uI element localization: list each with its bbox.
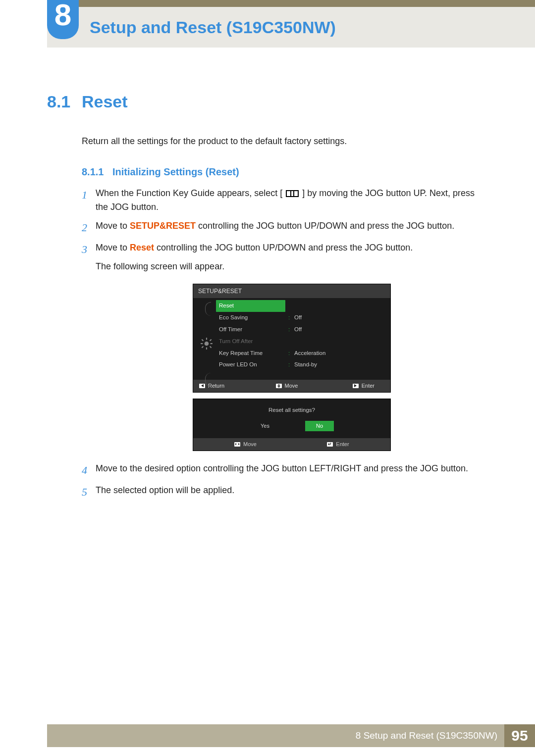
step-number: 1 xyxy=(82,187,96,214)
bracket-open: [ xyxy=(280,188,282,198)
step-3-text-b: controlling the JOG button UP/DOWN and p… xyxy=(157,243,413,252)
footer-chapter-text: 8 Setup and Reset (S19C350NW) xyxy=(356,730,497,741)
step-body: When the Function Key Guide appears, sel… xyxy=(96,187,488,214)
step-3-text-c: The following screen will appear. xyxy=(96,260,488,274)
dialog-option-yes: Yes xyxy=(250,421,280,431)
osd-footer-move: Move xyxy=(285,382,298,390)
osd-item-turnoff: Turn Off After xyxy=(216,336,386,348)
svg-rect-3 xyxy=(201,343,203,344)
page-content: 8.1 Reset Return all the settings for th… xyxy=(0,48,535,501)
footer-page-number: 95 xyxy=(504,724,535,747)
step-number: 4 xyxy=(82,462,96,479)
page-footer: 8 Setup and Reset (S19C350NW) 95 xyxy=(47,724,535,747)
osd-screenshot: SETUP&RESET Reset Eco Saving:Off Off Tim… xyxy=(193,284,391,451)
section-intro: Return all the settings for the product … xyxy=(82,136,488,147)
svg-rect-6 xyxy=(210,346,212,348)
osd-value: Off xyxy=(294,325,302,334)
bracket-close: ] xyxy=(302,188,305,198)
osd-label: Power LED On xyxy=(219,360,288,369)
step-3-text-a: Move to xyxy=(96,243,130,252)
osd-item-offtimer: Off Timer:Off xyxy=(216,324,386,336)
header-top-stripe xyxy=(47,0,535,7)
step-body: Move to Reset controlling the JOG button… xyxy=(96,241,488,457)
step-1-text-a: When the Function Key Guide appears, sel… xyxy=(96,188,280,198)
dialog-option-no: No xyxy=(305,421,334,431)
step-4: 4 Move to the desired option controlling… xyxy=(82,462,488,479)
dialog-footer-enter: Enter xyxy=(336,440,349,449)
section-number: 8.1 xyxy=(47,92,82,111)
section-title: Reset xyxy=(82,92,128,111)
osd-sidebar xyxy=(197,300,216,371)
osd-value: Stand-by xyxy=(294,360,317,369)
step-body: Move to SETUP&RESET controlling the JOG … xyxy=(96,219,488,236)
dialog-footer-move: Move xyxy=(243,440,257,449)
osd-item-eco: Eco Saving:Off xyxy=(216,312,386,324)
step-number: 5 xyxy=(82,484,96,501)
step-2-text-a: Move to xyxy=(96,221,130,231)
step-2-keyword: SETUP&RESET xyxy=(130,221,196,231)
osd-panel: SETUP&RESET Reset Eco Saving:Off Off Tim… xyxy=(193,284,391,393)
enter-icon xyxy=(353,384,359,388)
osd-label: Turn Off After xyxy=(219,337,288,346)
osd-label: Off Timer xyxy=(219,325,288,334)
svg-rect-2 xyxy=(206,347,207,349)
step-number: 2 xyxy=(82,219,96,236)
step-3: 3 Move to Reset controlling the JOG butt… xyxy=(82,241,488,457)
step-body: Move to the desired option controlling t… xyxy=(96,462,488,479)
osd-value: Off xyxy=(294,313,302,322)
step-1: 1 When the Function Key Guide appears, s… xyxy=(82,187,488,214)
osd-menu-list: Reset Eco Saving:Off Off Timer:Off Turn … xyxy=(216,300,386,371)
svg-rect-8 xyxy=(210,339,212,341)
subsection-title: Initializing Settings (Reset) xyxy=(112,166,239,178)
return-icon xyxy=(199,384,205,388)
section-heading: 8.1 Reset xyxy=(47,92,488,111)
subsection-number: 8.1.1 xyxy=(82,166,112,178)
svg-rect-7 xyxy=(202,346,204,348)
osd-label: Key Repeat Time xyxy=(219,349,288,358)
step-number: 3 xyxy=(82,241,96,457)
osd-footer: Return Move Enter xyxy=(193,380,390,392)
svg-point-0 xyxy=(205,341,209,346)
osd-dialog: Reset all settings? Yes No Move Enter xyxy=(193,399,391,451)
enter-icon xyxy=(327,442,333,447)
step-body: The selected option will be applied. xyxy=(96,484,488,501)
osd-label: Reset xyxy=(219,302,282,310)
chapter-number-badge: 8 xyxy=(47,0,79,39)
chapter-title: Setup and Reset (S19C350NW) xyxy=(90,18,336,37)
menu-icon xyxy=(286,190,299,197)
move-icon xyxy=(276,384,282,388)
osd-footer-enter: Enter xyxy=(362,382,374,390)
step-2-text-b: controlling the JOG button UP/DOWN and p… xyxy=(198,221,454,231)
osd-label: Eco Saving xyxy=(219,313,288,322)
osd-value: Acceleration xyxy=(294,349,325,358)
svg-rect-1 xyxy=(206,338,207,340)
move-lr-icon xyxy=(234,442,240,447)
subsection-heading: 8.1.1 Initializing Settings (Reset) xyxy=(82,166,488,178)
osd-item-reset: Reset xyxy=(216,300,285,312)
step-2: 2 Move to SETUP&RESET controlling the JO… xyxy=(82,219,488,236)
osd-item-powerled: Power LED On:Stand-by xyxy=(216,359,386,371)
osd-title: SETUP&RESET xyxy=(193,284,390,299)
step-5: 5 The selected option will be applied. xyxy=(82,484,488,501)
gear-icon xyxy=(200,337,213,350)
svg-rect-4 xyxy=(211,343,213,344)
step-3-keyword: Reset xyxy=(130,243,154,252)
chapter-header: 8 Setup and Reset (S19C350NW) xyxy=(47,7,535,48)
svg-rect-5 xyxy=(202,339,204,341)
dialog-footer: Move Enter xyxy=(193,438,390,451)
osd-item-keyrep: Key Repeat Time:Acceleration xyxy=(216,348,386,359)
dialog-question: Reset all settings? xyxy=(193,406,390,415)
